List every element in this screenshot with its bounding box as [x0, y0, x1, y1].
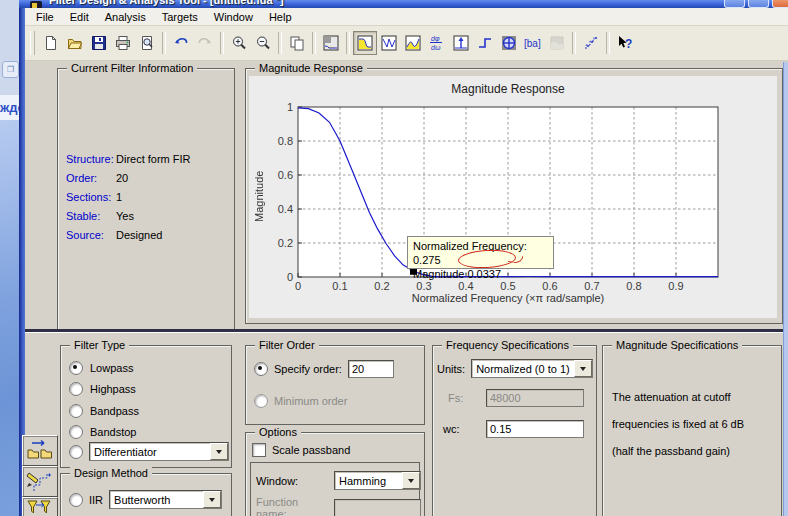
- filter-type-option[interactable]: Bandstop: [69, 422, 139, 444]
- radio-button[interactable]: [69, 404, 83, 418]
- zoom-in-icon[interactable]: [227, 31, 251, 55]
- magnitude-specs-title: Magnitude Specifications: [612, 339, 742, 351]
- function-name-row: Function name:: [256, 496, 421, 516]
- fs-label: Fs:: [448, 392, 480, 404]
- print-icon[interactable]: [111, 31, 135, 55]
- magnitude-response-panel-title: Magnitude Response: [255, 62, 367, 74]
- x-tick-label: 0.6: [529, 280, 571, 292]
- print-preview-icon[interactable]: [135, 31, 159, 55]
- sidebar-button-design-filter[interactable]: [22, 497, 58, 516]
- options-panel: Options Scale passband Window: Hamming F…: [245, 432, 425, 516]
- special-filter-radio[interactable]: [69, 445, 83, 459]
- magnitude-response-figure: Magnitude Response Magnitude Normalized …: [249, 76, 777, 318]
- menu-file[interactable]: File: [28, 9, 62, 25]
- magnitude-specs-line: (half the passband gain): [612, 438, 744, 465]
- maximize-button[interactable]: [748, 0, 769, 8]
- coefficients-icon[interactable]: [ba]: [521, 31, 545, 55]
- filter-type-special-row: Differentiator: [69, 442, 229, 461]
- radio-button[interactable]: [69, 382, 83, 396]
- pole-zero-icon[interactable]: [497, 31, 521, 55]
- specify-order-radio[interactable]: [254, 362, 268, 376]
- svg-text:dω: dω: [431, 44, 441, 51]
- fdatool-screen: ❐ жде Filter Design & Analysis Tool - [u…: [0, 0, 788, 516]
- filter-design-icon[interactable]: [319, 31, 343, 55]
- zoom-out-icon[interactable]: [251, 31, 275, 55]
- sidebar-button-pole-zero-editor[interactable]: [22, 466, 58, 497]
- svg-text:dφ: dφ: [431, 35, 440, 43]
- x-tick-label: 0.2: [361, 280, 403, 292]
- group-delay-icon[interactable]: [401, 31, 425, 55]
- data-tip[interactable]: Normalized Frequency: 0.275 Magnitude 0.…: [407, 236, 554, 269]
- radio-button[interactable]: [69, 361, 83, 375]
- magnitude-specs-line: The attenuation at cutoff: [612, 384, 744, 411]
- x-tick-label: 0.3: [403, 280, 445, 292]
- window-dropdown[interactable]: Hamming: [334, 471, 421, 490]
- y-tick-label: 1: [261, 90, 293, 124]
- wc-input[interactable]: [486, 420, 584, 438]
- step-response-icon[interactable]: [473, 31, 497, 55]
- filter-type-option[interactable]: Highpass: [69, 379, 139, 401]
- options-title: Options: [255, 426, 301, 438]
- menu-targets[interactable]: Targets: [154, 9, 206, 25]
- function-name-input[interactable]: [334, 499, 421, 516]
- toolbar-grip[interactable]: [30, 31, 35, 55]
- x-axis-label: Normalized Frequency (×π rad/sample): [298, 292, 718, 304]
- phase-delay-icon[interactable]: dφdω: [425, 31, 449, 55]
- radio-button[interactable]: [69, 425, 83, 439]
- open-file-icon[interactable]: [63, 31, 87, 55]
- magnitude-response-icon[interactable]: [353, 31, 377, 55]
- dropdown-arrow-icon: [203, 491, 221, 508]
- sos-view-icon[interactable]: [579, 31, 603, 55]
- specify-order-label: Specify order:: [274, 363, 342, 375]
- dropdown-arrow-icon: [402, 472, 420, 489]
- toolbar: dφdω [ba] ?: [25, 26, 788, 61]
- impulse-response-icon[interactable]: [449, 31, 473, 55]
- phase-response-icon[interactable]: [377, 31, 401, 55]
- minimum-order-row: Minimum order: [254, 394, 347, 408]
- redo-icon[interactable]: [193, 31, 217, 55]
- x-tick-label: 0.5: [487, 280, 529, 292]
- units-dropdown[interactable]: Normalized (0 to 1): [471, 359, 593, 378]
- filter-info-icon[interactable]: [545, 31, 569, 55]
- iir-radio[interactable]: [69, 493, 83, 507]
- current-filter-info-fields: Structure: Direct form FIR Order: 20 Sec…: [66, 153, 230, 248]
- new-file-icon[interactable]: [39, 31, 63, 55]
- specify-order-input[interactable]: [348, 360, 394, 378]
- special-filter-dropdown[interactable]: Differentiator: [89, 442, 229, 461]
- x-tick-label: 0: [277, 280, 319, 292]
- iir-method-dropdown[interactable]: Butterworth: [109, 490, 222, 509]
- close-button[interactable]: [772, 0, 788, 8]
- window-right-border: [783, 62, 788, 516]
- filter-order-panel: Filter Order Specify order: Minimum orde…: [245, 345, 425, 425]
- menu-edit[interactable]: Edit: [62, 9, 97, 25]
- filter-info-row: Order: 20: [66, 172, 230, 191]
- data-tip-magnitude: Magnitude 0.0337: [413, 267, 548, 281]
- help-icon[interactable]: ?: [613, 31, 637, 55]
- sidebar-button-import-filter[interactable]: [22, 435, 58, 466]
- minimum-order-radio[interactable]: [254, 394, 268, 408]
- title-bar[interactable]: Filter Design & Analysis Tool - [untitle…: [19, 0, 788, 8]
- filter-info-row: Structure: Direct form FIR: [66, 153, 230, 172]
- fs-input[interactable]: [486, 389, 584, 407]
- menu-window[interactable]: Window: [206, 9, 261, 25]
- scale-passband-checkbox[interactable]: [252, 443, 266, 457]
- filter-type-option[interactable]: Bandpass: [69, 400, 139, 422]
- undo-icon[interactable]: [169, 31, 193, 55]
- svg-text:?: ?: [625, 37, 632, 51]
- save-icon[interactable]: [87, 31, 111, 55]
- background-restore-icon[interactable]: ❐: [2, 61, 19, 78]
- filter-type-option[interactable]: Lowpass: [69, 357, 139, 379]
- filter-info-row: Source: Designed: [66, 229, 230, 248]
- units-label: Units:: [437, 363, 465, 375]
- magnitude-specs-text: The attenuation at cutofffrequencies is …: [612, 384, 744, 465]
- menu-bar: File Edit Analysis Targets Window Help: [25, 8, 788, 26]
- copy-icon[interactable]: [285, 31, 309, 55]
- filter-type-panel: Filter Type Lowpass Highpass Bandpass: [60, 345, 232, 468]
- current-filter-info-title: Current Filter Information: [67, 62, 197, 74]
- filter-info-row: Sections: 1: [66, 191, 230, 210]
- design-method-title: Design Method: [70, 467, 152, 479]
- menu-help[interactable]: Help: [261, 9, 300, 25]
- iir-row: IIR Butterworth: [69, 490, 222, 509]
- menu-analysis[interactable]: Analysis: [97, 9, 154, 25]
- minimize-button[interactable]: [724, 0, 745, 8]
